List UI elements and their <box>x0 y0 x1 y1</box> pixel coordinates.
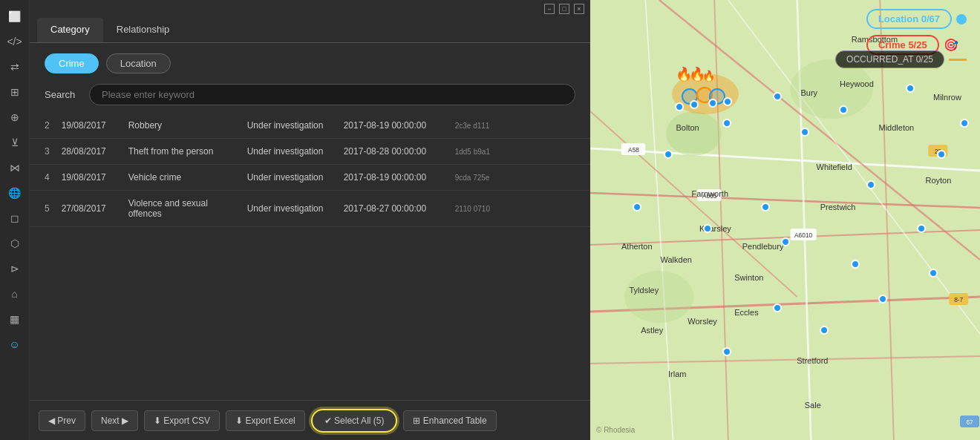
fire-icon-3: 🔥 <box>702 70 715 82</box>
sidebar: ⬜ </> ⇄ ⊞ ⊕ ⊻ ⋈ 🌐 ◻ ⬡ ⊳ ⌂ ▦ ☺ <box>0 0 30 440</box>
row-status: Under investigation <box>241 139 338 165</box>
sidebar-icon-globe[interactable]: 🌐 <box>4 183 25 203</box>
map-pin-6 <box>906 84 915 93</box>
next-button[interactable]: Next ▶ <box>91 410 138 431</box>
row-date: 19/08/2017 <box>56 113 122 139</box>
select-all-button[interactable]: ✔ Select All (5) <box>311 409 398 433</box>
cluster-pin-3 <box>708 99 717 108</box>
sidebar-icon-transfer[interactable]: ⇄ <box>4 56 25 77</box>
row-type: Theft from the person <box>122 139 241 165</box>
row-occurred: 2017-08-28 00:00:00 <box>338 139 449 165</box>
row-status: Under investigation <box>241 191 338 227</box>
sidebar-icon-user[interactable]: ☺ <box>4 334 25 355</box>
row-date: 28/08/2017 <box>56 139 122 165</box>
cluster-pin-1 <box>675 102 684 111</box>
map-pin-8 <box>866 180 875 189</box>
occurred-badge-line <box>949 59 967 61</box>
map-pin-18 <box>820 326 829 335</box>
crime-button[interactable]: Crime <box>45 53 99 73</box>
location-badge: Location 0/67 <box>866 9 967 29</box>
cluster-pin-4 <box>723 97 732 106</box>
prev-button[interactable]: ◀ Prev <box>39 410 85 431</box>
sidebar-icon-box[interactable]: ◻ <box>4 208 25 229</box>
main-panel: − □ × Category Relationship Crime Locati… <box>30 0 590 440</box>
cluster-pin-2 <box>690 100 699 109</box>
map-pin-16 <box>722 347 731 356</box>
table-row[interactable]: 3 28/08/2017 Theft from the person Under… <box>30 139 590 165</box>
row-id: 4 <box>30 165 56 191</box>
map-pin-9 <box>937 150 946 159</box>
location-badge-label: Location 0/67 <box>866 9 952 29</box>
svg-text:A58: A58 <box>628 146 639 154</box>
sidebar-icon-page[interactable]: ⬜ <box>4 6 25 27</box>
location-button[interactable]: Location <box>106 53 171 73</box>
table-row[interactable]: 2 19/08/2017 Robbery Under investigation… <box>30 113 590 139</box>
tab-bar: Category Relationship <box>30 18 590 43</box>
svg-text:67: 67 <box>966 418 973 426</box>
location-badge-dot <box>956 14 967 24</box>
map-badges: Location 0/67 Crime 5/25 🎯 <box>866 9 967 55</box>
sidebar-icon-hierarchy[interactable]: ⊕ <box>4 107 25 128</box>
row-status: Under investigation <box>241 113 338 139</box>
table-row[interactable]: 4 19/08/2017 Vehicle crime Under investi… <box>30 165 590 191</box>
svg-point-26 <box>790 59 873 119</box>
map-pin-15 <box>917 224 926 233</box>
row-date: 19/08/2017 <box>56 165 122 191</box>
sidebar-icon-code[interactable]: </> <box>4 31 25 52</box>
sidebar-icon-grid[interactable]: ⊞ <box>4 82 25 102</box>
map-pin-5 <box>839 105 848 114</box>
row-id: 3 <box>30 139 56 165</box>
row-occurred: 2017-08-27 00:00:00 <box>338 191 449 227</box>
map-pin-4 <box>800 128 809 137</box>
row-id: 2 <box>30 113 56 139</box>
close-button[interactable]: × <box>574 4 584 14</box>
maximize-button[interactable]: □ <box>559 4 569 14</box>
map-pin-7 <box>960 119 969 128</box>
svg-text:A6010: A6010 <box>794 232 812 239</box>
table-row[interactable]: 5 27/08/2017 Violence and sexual offence… <box>30 191 590 227</box>
map-pin-1 <box>664 150 673 159</box>
row-id: 5 <box>30 191 56 227</box>
row-type: Robbery <box>122 113 241 139</box>
row-date: 27/08/2017 <box>56 191 122 227</box>
map-background: A58 A665 A6010 20 8-7 67 Bolton Farnwort… <box>590 0 980 440</box>
search-label: Search <box>45 89 82 100</box>
map-pin-17 <box>773 303 782 312</box>
title-bar: − □ × <box>30 0 590 18</box>
map-pin-13 <box>781 237 790 246</box>
data-table: 2 19/08/2017 Robbery Under investigation… <box>30 113 590 227</box>
sidebar-icon-filter[interactable]: ⊻ <box>4 132 25 153</box>
occurred-badge: OCCURRED_AT 0/25 <box>835 50 967 68</box>
row-type: Violence and sexual offences <box>122 191 241 227</box>
row-type: Vehicle crime <box>122 165 241 191</box>
row-occurred: 2017-08-19 00:00:00 <box>338 165 449 191</box>
row-hash: 9cda 725e <box>449 165 590 191</box>
map-pin-11 <box>703 224 712 233</box>
enhanced-table-button[interactable]: ⊞ Enhanced Table <box>403 410 496 431</box>
map-pin-20 <box>929 269 938 278</box>
sidebar-icon-home[interactable]: ⌂ <box>4 283 25 304</box>
tab-category[interactable]: Category <box>37 18 103 42</box>
sidebar-icon-network[interactable]: ⋈ <box>4 157 25 178</box>
svg-text:8-7: 8-7 <box>954 296 963 303</box>
sidebar-icon-hexagon[interactable]: ⬡ <box>4 233 25 254</box>
export-csv-button[interactable]: ⬇ Export CSV <box>144 410 220 431</box>
row-hash: 2c3e d111 <box>449 113 590 139</box>
tab-relationship[interactable]: Relationship <box>103 18 183 42</box>
data-table-container[interactable]: 2 19/08/2017 Robbery Under investigation… <box>30 113 590 400</box>
export-excel-button[interactable]: ⬇ Export Excel <box>226 410 305 431</box>
sidebar-icon-qr[interactable]: ▦ <box>4 309 25 329</box>
row-hash: 1dd5 b9a1 <box>449 139 590 165</box>
search-input[interactable] <box>89 84 575 105</box>
minimize-button[interactable]: − <box>544 4 555 14</box>
fire-cluster-area: 🔥 🔥 🔥 <box>668 66 757 125</box>
row-hash: 2110 0710 <box>449 191 590 227</box>
svg-text:A665: A665 <box>702 192 717 200</box>
map-area: A58 A665 A6010 20 8-7 67 Bolton Farnwort… <box>590 0 980 440</box>
map-pin-19 <box>878 295 887 303</box>
sidebar-icon-export[interactable]: ⊳ <box>4 258 25 279</box>
bottom-toolbar: ◀ Prev Next ▶ ⬇ Export CSV ⬇ Export Exce… <box>30 400 590 440</box>
category-buttons: Crime Location <box>30 43 590 84</box>
row-status: Under investigation <box>241 165 338 191</box>
svg-point-27 <box>624 271 693 323</box>
